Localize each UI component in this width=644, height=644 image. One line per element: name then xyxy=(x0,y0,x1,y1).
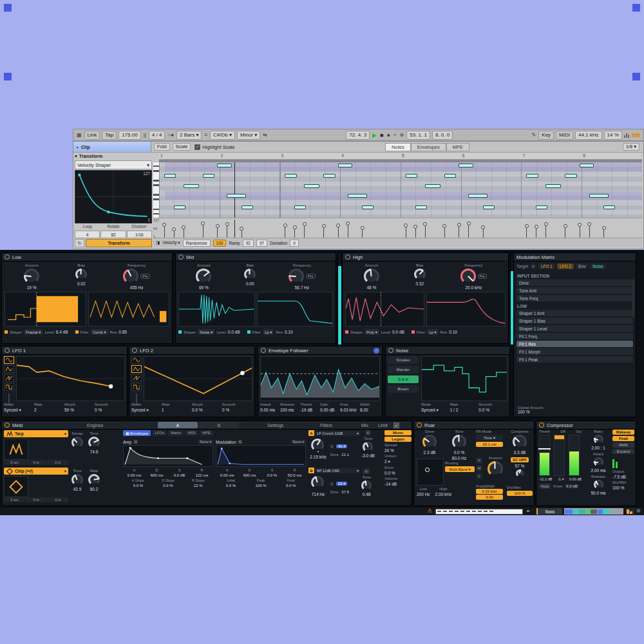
midi-note[interactable] xyxy=(406,174,418,178)
res-value[interactable]: 0.85 xyxy=(118,330,127,334)
velocity-marker[interactable] xyxy=(348,224,348,238)
lane-chooser-icon[interactable]: ◨ xyxy=(156,240,160,245)
power-icon[interactable] xyxy=(132,348,137,353)
scale-button[interactable]: Scale xyxy=(173,143,191,151)
filter-select[interactable]: Lp ▾ xyxy=(263,329,274,335)
key-map-button[interactable]: Key xyxy=(538,131,554,140)
stop-button[interactable]: ■ xyxy=(379,132,384,138)
sc-hpf-value[interactable]: 57 % xyxy=(515,464,525,468)
triangle-shape-button[interactable] xyxy=(4,365,14,373)
velocity-marker[interactable] xyxy=(406,226,406,238)
matrix-target-row[interactable]: Flt 1 Res xyxy=(516,341,633,347)
tuning-value[interactable]: 0 st xyxy=(26,460,47,465)
amp-envelope-display[interactable] xyxy=(123,445,213,467)
amount-value[interactable]: 19 % xyxy=(27,285,37,290)
matrix-source-chip[interactable]: Noise xyxy=(590,263,606,269)
mode-select[interactable]: Synced ▾ xyxy=(421,408,439,413)
adsr-value[interactable]: 0.00 ms xyxy=(123,473,146,477)
root-note-menu[interactable]: C#/Db ▾ xyxy=(210,131,235,140)
output-value[interactable]: -7.5 dB xyxy=(612,475,634,479)
high-value[interactable]: 2.00 kHz xyxy=(435,492,452,497)
global-amount-value[interactable]: 100 % xyxy=(518,410,543,414)
limit-checkbox[interactable]: ✓ xyxy=(393,422,399,428)
overdub-button[interactable]: + xyxy=(393,132,397,138)
makeup-button[interactable]: Makeup xyxy=(612,430,634,435)
midi-note[interactable] xyxy=(545,184,561,188)
bias-value[interactable]: 0.02 xyxy=(77,281,86,286)
grid-setting[interactable]: 1/8 ▾ xyxy=(623,143,639,151)
panel-toggle-icons[interactable]: ▮▮▮ xyxy=(631,132,641,138)
unison-select[interactable]: 2 ▾ xyxy=(384,459,412,464)
arrangement-position-field[interactable]: 72. 4. 3 xyxy=(346,131,370,140)
rms-button[interactable]: RMS xyxy=(612,442,634,448)
fb-mode-select[interactable]: Time ▾ xyxy=(476,435,503,440)
midi-note[interactable] xyxy=(174,205,185,209)
adsr-value[interactable]: 0.0 dB xyxy=(168,473,191,477)
compress-knob[interactable] xyxy=(513,435,527,449)
adsr-value[interactable]: 122 ms xyxy=(191,473,213,477)
bias-knob[interactable] xyxy=(244,269,256,280)
out-value[interactable]: 0.00 dB xyxy=(569,477,582,481)
power-icon[interactable] xyxy=(5,348,10,353)
saw-shape-button[interactable] xyxy=(4,374,14,382)
triangle-shape-button[interactable] xyxy=(131,365,142,373)
tab-notes[interactable]: Notes xyxy=(385,143,411,151)
meld-subtab-mpe[interactable]: MPE xyxy=(200,430,213,436)
record-button[interactable]: ● xyxy=(386,132,390,138)
velocity-marker[interactable] xyxy=(227,225,227,238)
param-value[interactable]: 9.03 kHz xyxy=(340,408,357,412)
matrix-target-row[interactable]: Flt 1 Peak xyxy=(516,356,633,363)
rate-value[interactable]: 1 / 2 xyxy=(450,408,459,412)
release-knob[interactable] xyxy=(594,480,603,489)
midi-note[interactable] xyxy=(565,174,577,178)
square-shape-button[interactable] xyxy=(4,383,14,391)
velocity-marker[interactable] xyxy=(184,228,184,238)
engine-tab-a[interactable]: A xyxy=(158,422,198,428)
midi-note[interactable] xyxy=(580,164,594,167)
velocity-shaper-display[interactable]: 127 1 xyxy=(75,170,152,223)
piano-keys[interactable] xyxy=(153,162,159,218)
clip-title-bar[interactable]: ▪ Clip xyxy=(73,142,151,152)
midi-note[interactable] xyxy=(338,164,353,167)
frequency-knob[interactable] xyxy=(123,269,138,284)
adsr-value[interactable]: 600 ms xyxy=(146,473,168,477)
highlight-scale-toggle[interactable]: ✓ Highlight Scale xyxy=(194,144,234,150)
spread-value[interactable]: 24 % xyxy=(384,448,412,453)
filter-freq-value[interactable]: 2.15 kHz xyxy=(308,455,328,459)
filter-freq-knob[interactable] xyxy=(311,439,324,451)
deviation-value[interactable]: 0 xyxy=(290,240,299,247)
play-button[interactable]: ▶ xyxy=(372,132,377,138)
track-chip[interactable]: Bass xyxy=(536,508,562,515)
nudge-icons[interactable]: ○● xyxy=(167,132,175,138)
mode-select[interactable]: Synced ▾ xyxy=(131,408,149,413)
clear-source-button[interactable]: × xyxy=(530,263,536,269)
midi-note[interactable] xyxy=(603,205,615,209)
bias-knob[interactable] xyxy=(414,269,426,280)
expand-button[interactable]: Expand xyxy=(612,449,634,454)
filter-slot-button[interactable]: B xyxy=(308,468,314,473)
slope-value[interactable]: 0.0 % xyxy=(123,484,153,488)
matrix-target-row[interactable]: Tone Amt xyxy=(516,287,633,294)
midi-note[interactable] xyxy=(203,174,215,178)
adsr-value[interactable]: 0.0 % xyxy=(261,473,283,477)
power-icon[interactable] xyxy=(178,254,184,260)
velocity-editor[interactable] xyxy=(159,220,642,238)
rotate-value[interactable]: 82 xyxy=(100,231,126,238)
velocity-marker[interactable] xyxy=(304,225,305,238)
fb-time-value[interactable]: 25.1 ms xyxy=(476,442,503,447)
follow-icon[interactable]: ⇆ xyxy=(262,132,268,138)
scale-mode-icon[interactable]: ≡ xyxy=(204,132,208,138)
loop-value[interactable]: 4 xyxy=(75,231,100,238)
res-value[interactable]: 0.10 xyxy=(449,330,457,334)
tab-mpe[interactable]: MPE xyxy=(446,143,469,151)
bias-value[interactable]: 0.00 xyxy=(246,281,254,286)
velocity-marker[interactable] xyxy=(242,229,242,238)
clip-overview[interactable] xyxy=(435,509,523,515)
midi-note[interactable] xyxy=(323,174,336,178)
velocity-marker[interactable] xyxy=(294,228,295,238)
velocity-marker[interactable] xyxy=(545,225,546,238)
filter-select[interactable]: Comb ▾ xyxy=(91,329,108,335)
meld-subtab-envelopes[interactable]: ▦ Envelopes xyxy=(123,430,151,436)
smooth-value[interactable]: 0 % xyxy=(95,408,102,412)
freq-value[interactable]: 4.33 kHz xyxy=(476,489,503,494)
